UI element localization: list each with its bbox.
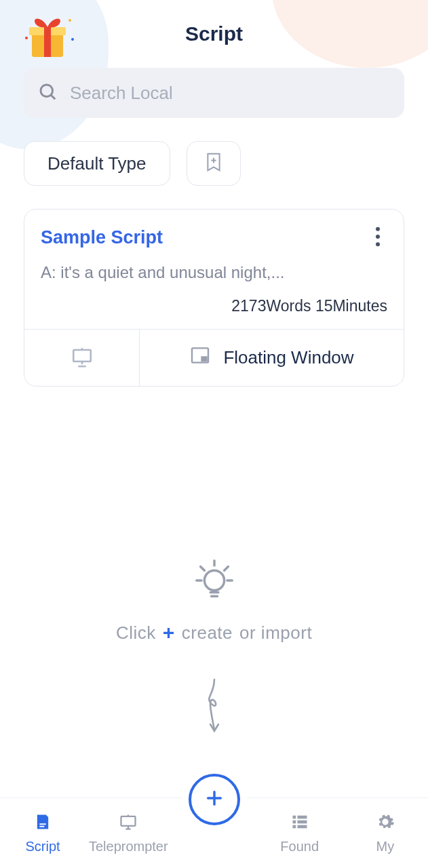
teleprompter-icon (119, 812, 138, 835)
add-button[interactable] (189, 774, 240, 825)
search-icon (37, 81, 58, 104)
hint-text: Click + create or import (116, 621, 312, 644)
floating-window-label: Floating Window (223, 347, 353, 368)
script-icon (33, 812, 52, 835)
svg-point-10 (376, 227, 380, 231)
script-card-actions: Floating Window (24, 329, 404, 386)
search-bar[interactable] (24, 68, 404, 118)
tab-bar: Script Teleprompter (0, 797, 428, 868)
tab-script[interactable]: Script (0, 812, 85, 854)
hint-plus-icon: + (163, 621, 175, 644)
default-type-chip[interactable]: Default Type (24, 141, 170, 186)
svg-point-6 (41, 85, 53, 97)
svg-rect-13 (73, 350, 91, 361)
tab-add-container (171, 798, 256, 868)
svg-rect-18 (201, 356, 208, 361)
hint-suffix: or import (239, 623, 312, 644)
floating-window-button[interactable]: Floating Window (140, 330, 404, 386)
gift-icon[interactable] (17, 7, 78, 61)
tab-my[interactable]: My (343, 812, 428, 854)
search-container (24, 68, 404, 118)
gear-icon (376, 812, 395, 835)
svg-point-19 (204, 570, 224, 590)
tab-found-label: Found (280, 839, 319, 854)
script-preview: A: it's a quiet and unusual night,... (41, 263, 387, 282)
svg-rect-39 (292, 825, 296, 828)
script-title: Sample Script (41, 227, 387, 248)
tab-teleprompter[interactable]: Teleprompter (85, 812, 171, 854)
tab-found[interactable]: Found (257, 812, 343, 854)
page-title: Script (185, 22, 243, 45)
hint-prefix: Click (116, 623, 156, 644)
svg-rect-35 (292, 815, 296, 818)
add-bookmark-button[interactable] (187, 141, 241, 186)
tab-my-label: My (376, 839, 395, 854)
svg-point-3 (69, 19, 71, 22)
svg-rect-38 (297, 820, 307, 823)
presentation-button[interactable] (24, 330, 140, 386)
svg-rect-37 (292, 820, 296, 823)
svg-rect-36 (297, 815, 307, 818)
found-icon (290, 812, 309, 835)
svg-rect-27 (39, 823, 45, 825)
empty-hint: Click + create or import (0, 555, 428, 741)
plus-icon (203, 787, 225, 812)
tab-script-label: Script (26, 839, 60, 854)
hint-create: create (182, 623, 233, 644)
svg-line-24 (224, 567, 228, 571)
svg-point-12 (376, 242, 380, 246)
script-card-body[interactable]: Sample Script A: it's a quiet and unusua… (24, 210, 404, 329)
script-minutes: 15Minutes (315, 297, 387, 315)
presentation-icon (71, 345, 94, 371)
svg-point-5 (71, 38, 74, 41)
more-options-button[interactable] (364, 224, 391, 252)
svg-rect-29 (121, 816, 136, 825)
svg-line-23 (200, 567, 204, 571)
svg-point-11 (376, 235, 380, 239)
search-input[interactable] (70, 83, 391, 104)
floating-window-icon (189, 344, 211, 371)
script-words: 2173Words (231, 297, 311, 315)
svg-rect-40 (297, 825, 307, 828)
svg-rect-2 (44, 27, 51, 57)
svg-line-7 (51, 95, 55, 99)
script-card: Sample Script A: it's a quiet and unusua… (24, 209, 404, 387)
bookmark-add-icon (203, 151, 224, 176)
default-type-label: Default Type (47, 153, 147, 174)
svg-rect-28 (39, 825, 44, 827)
script-meta: 2173Words 15Minutes (41, 297, 387, 315)
kebab-icon (375, 226, 381, 250)
lightbulb-icon (191, 555, 238, 605)
filter-row: Default Type (24, 141, 404, 186)
tab-teleprompter-label: Teleprompter (89, 839, 168, 854)
svg-point-4 (25, 37, 28, 39)
curly-arrow-down-icon (202, 677, 227, 741)
